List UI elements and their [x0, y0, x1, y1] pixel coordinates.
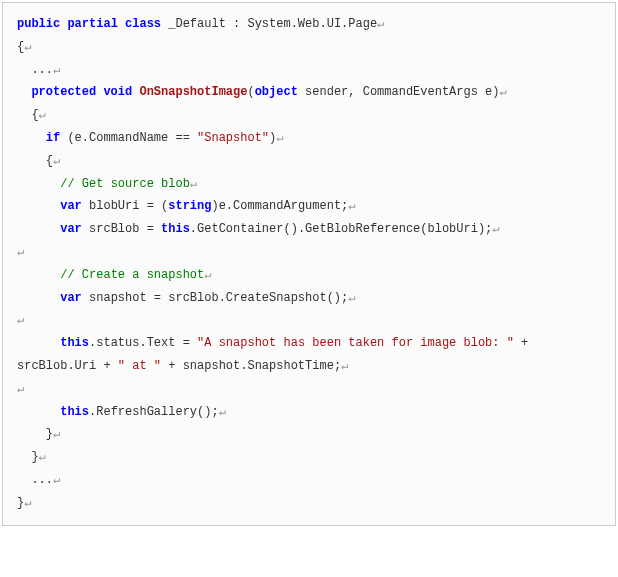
- code-line: if (e.CommandName == "Snapshot")↵: [17, 127, 605, 150]
- code-token: OnSnapshotImage: [139, 85, 247, 99]
- code-token: var: [60, 199, 82, 213]
- code-line: this.status.Text = "A snapshot has been …: [17, 332, 605, 378]
- code-token: ↵: [24, 40, 31, 54]
- code-token: ↵: [17, 245, 24, 259]
- code-token: [17, 177, 60, 191]
- code-token: class: [125, 17, 168, 31]
- code-token: ...: [17, 473, 53, 487]
- code-line: var srcBlob = this.GetContainer().GetBlo…: [17, 218, 605, 241]
- code-token: [17, 85, 31, 99]
- code-token: // Get source blob: [60, 177, 190, 191]
- code-token: this: [161, 222, 190, 236]
- code-token: + snapshot.SnapshotTime;: [161, 359, 341, 373]
- code-line: }↵: [17, 446, 605, 469]
- code-token: this: [60, 336, 89, 350]
- code-token: }: [17, 450, 39, 464]
- code-token: .status.Text =: [89, 336, 197, 350]
- code-line: {↵: [17, 104, 605, 127]
- code-token: ↵: [53, 427, 60, 441]
- code-line: {↵: [17, 150, 605, 173]
- code-token: }: [17, 427, 53, 441]
- code-token: ↵: [53, 63, 60, 77]
- code-token: [17, 199, 60, 213]
- code-token: ↵: [348, 291, 355, 305]
- code-token: ↵: [492, 222, 499, 236]
- code-token: .GetContainer().GetBlobReference(blobUri…: [190, 222, 492, 236]
- code-token: sender, CommandEventArgs e): [298, 85, 500, 99]
- code-line: ...↵: [17, 59, 605, 82]
- code-token: ↵: [39, 108, 46, 122]
- code-token: .RefreshGallery();: [89, 405, 219, 419]
- code-token: protected: [31, 85, 103, 99]
- code-token: ↵: [53, 154, 60, 168]
- code-token: [17, 405, 60, 419]
- code-line: // Create a snapshot↵: [17, 264, 605, 287]
- code-line: this.RefreshGallery();↵: [17, 401, 605, 424]
- code-token: )e.CommandArgument;: [211, 199, 348, 213]
- code-token: [17, 222, 60, 236]
- code-token: object: [255, 85, 298, 99]
- code-token: blobUri = (: [82, 199, 168, 213]
- code-token: string: [168, 199, 211, 213]
- code-line: ...↵: [17, 469, 605, 492]
- code-line: ↵: [17, 378, 605, 401]
- code-token: partial: [67, 17, 125, 31]
- code-line: }↵: [17, 492, 605, 515]
- code-token: // Create a snapshot: [60, 268, 204, 282]
- code-token: if: [46, 131, 60, 145]
- code-token: ↵: [500, 85, 507, 99]
- code-token: ↵: [219, 405, 226, 419]
- code-token: ↵: [204, 268, 211, 282]
- code-token: this: [60, 405, 89, 419]
- code-block: public partial class _Default : System.W…: [2, 2, 616, 526]
- code-line: ↵: [17, 309, 605, 332]
- code-line: var blobUri = (string)e.CommandArgument;…: [17, 195, 605, 218]
- code-line: var snapshot = srcBlob.CreateSnapshot();…: [17, 287, 605, 310]
- code-token: " at ": [118, 359, 161, 373]
- code-line: public partial class _Default : System.W…: [17, 13, 605, 36]
- code-token: srcBlob =: [82, 222, 161, 236]
- code-token: [17, 336, 60, 350]
- code-token: (e.CommandName ==: [60, 131, 197, 145]
- code-token: {: [17, 108, 39, 122]
- code-token: [17, 291, 60, 305]
- code-token: void: [103, 85, 139, 99]
- code-token: ↵: [17, 313, 24, 327]
- code-token: "Snapshot": [197, 131, 269, 145]
- code-token: ↵: [39, 450, 46, 464]
- code-token: ↵: [276, 131, 283, 145]
- code-token: ↵: [17, 382, 24, 396]
- code-line: ↵: [17, 241, 605, 264]
- code-token: ...: [17, 63, 53, 77]
- code-token: (: [247, 85, 254, 99]
- code-token: [17, 131, 46, 145]
- code-line: protected void OnSnapshotImage(object se…: [17, 81, 605, 104]
- code-line: // Get source blob↵: [17, 173, 605, 196]
- code-token: var: [60, 291, 82, 305]
- code-token: [17, 268, 60, 282]
- code-token: "A snapshot has been taken for image blo…: [197, 336, 514, 350]
- code-token: {: [17, 154, 53, 168]
- code-token: var: [60, 222, 82, 236]
- code-line: {↵: [17, 36, 605, 59]
- code-token: ↵: [53, 473, 60, 487]
- code-token: ↵: [377, 17, 384, 31]
- code-token: _Default: [168, 17, 226, 31]
- code-line: }↵: [17, 423, 605, 446]
- code-token: ↵: [24, 496, 31, 510]
- code-token: ↵: [348, 199, 355, 213]
- code-token: ↵: [341, 359, 348, 373]
- code-token: ↵: [190, 177, 197, 191]
- code-token: public: [17, 17, 67, 31]
- code-token: snapshot = srcBlob.CreateSnapshot();: [82, 291, 348, 305]
- code-token: : System.Web.UI.Page: [226, 17, 377, 31]
